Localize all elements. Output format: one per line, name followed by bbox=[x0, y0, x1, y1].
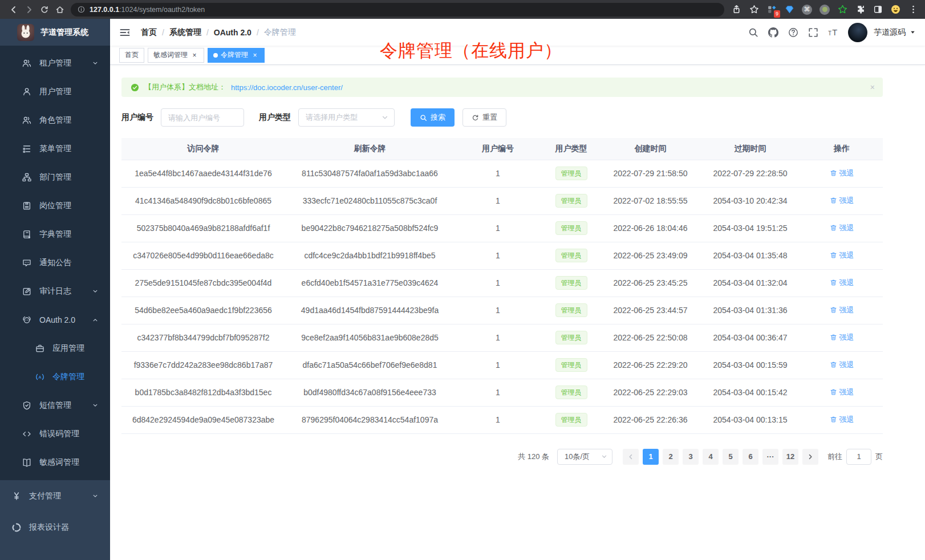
table-row: 41c41346a548490f9dc8b01c6bfe0865333ecfc7… bbox=[121, 187, 883, 214]
force-logout-button[interactable]: 强退 bbox=[830, 360, 854, 370]
breadcrumb-oauth2[interactable]: OAuth 2.0 bbox=[214, 28, 251, 37]
access-token-cell: 41c41346a548490f9dc8b01c6bfe0865 bbox=[121, 187, 285, 214]
refresh-token-cell: 333ecfc71e02480cb11055c875c3ca0f bbox=[285, 187, 455, 214]
chevron-down-icon bbox=[382, 114, 388, 121]
reset-button[interactable]: 重置 bbox=[462, 108, 506, 127]
sidebar-toggle-icon[interactable] bbox=[119, 27, 131, 38]
side-panel-icon[interactable] bbox=[871, 3, 884, 16]
reload-icon[interactable] bbox=[36, 2, 52, 17]
force-logout-button[interactable]: 强退 bbox=[830, 168, 854, 178]
page-button-1[interactable]: 1 bbox=[643, 449, 659, 465]
tags-view-item[interactable]: 首页 bbox=[119, 48, 144, 63]
breadcrumb-home[interactable]: 首页 bbox=[141, 27, 157, 38]
page-size-select[interactable]: 10条/页 bbox=[557, 449, 612, 465]
sidebar-item-audit-log[interactable]: 审计日志 bbox=[0, 277, 110, 306]
username[interactable]: 芋道源码 bbox=[874, 27, 906, 38]
font-size-icon[interactable]: TT bbox=[828, 27, 838, 38]
alert-close-icon[interactable]: × bbox=[870, 83, 875, 92]
forward-icon[interactable] bbox=[21, 2, 36, 17]
user-avatar[interactable] bbox=[848, 23, 867, 42]
profile-avatar-icon[interactable] bbox=[889, 3, 902, 16]
back-icon[interactable] bbox=[6, 2, 21, 17]
expire-time-cell: 2054-03-04 00:13:15 bbox=[700, 406, 801, 433]
access-token-cell: 502375b8040a469a9b82188afdf6af1f bbox=[121, 214, 285, 242]
access-token-cell: 1ea5e44f8bc1467aaede43144f31de76 bbox=[121, 160, 285, 187]
sidebar-item-user[interactable]: 用户管理 bbox=[0, 78, 110, 106]
app-logo[interactable]: 芋道管理系统 bbox=[0, 19, 110, 46]
user-type-label: 用户类型 bbox=[259, 112, 291, 123]
page-ellipsis[interactable]: ··· bbox=[762, 449, 778, 465]
green-star-icon[interactable] bbox=[836, 3, 849, 16]
tags-view-item[interactable]: 令牌管理× bbox=[208, 48, 265, 63]
force-logout-button[interactable]: 强退 bbox=[830, 415, 854, 425]
sidebar-item-post[interactable]: 岗位管理 bbox=[0, 192, 110, 220]
sidebar-item-label: 报表设计器 bbox=[29, 522, 69, 533]
tags-view-item[interactable]: 敏感词管理× bbox=[148, 48, 204, 63]
gem-icon[interactable] bbox=[783, 3, 796, 16]
user-type-select[interactable]: 请选择用户类型 bbox=[298, 108, 395, 127]
sidebar-item-report-designer[interactable]: 报表设计器 bbox=[0, 512, 110, 543]
page-button-3[interactable]: 3 bbox=[683, 449, 699, 465]
alert-doc-link[interactable]: https://doc.iocoder.cn/user-center/ bbox=[231, 83, 343, 92]
record-icon[interactable] bbox=[818, 3, 831, 16]
force-logout-button[interactable]: 强退 bbox=[830, 387, 854, 397]
sidebar-item-tenant[interactable]: 租户管理 bbox=[0, 49, 110, 78]
page-button-5[interactable]: 5 bbox=[723, 449, 739, 465]
goto-page-input[interactable] bbox=[846, 449, 871, 465]
bookmark-star-icon[interactable] bbox=[748, 3, 760, 16]
sidebar-item-label: 审计日志 bbox=[39, 286, 71, 297]
force-logout-button[interactable]: 强退 bbox=[830, 305, 854, 315]
user-id-input[interactable] bbox=[161, 108, 244, 127]
page-button-2[interactable]: 2 bbox=[663, 449, 679, 465]
next-page-button[interactable] bbox=[802, 449, 818, 465]
token-table: 访问令牌刷新令牌用户编号用户类型创建时间过期时间操作 1ea5e44f8bc14… bbox=[121, 138, 883, 434]
force-logout-button[interactable]: 强退 bbox=[830, 196, 854, 206]
prev-page-button[interactable] bbox=[623, 449, 639, 465]
sidebar-item-sensitive-word[interactable]: 敏感词管理 bbox=[0, 448, 110, 477]
expire-time-cell: 2054-03-04 00:36:47 bbox=[700, 324, 801, 351]
sidebar-item-dept[interactable]: 部门管理 bbox=[0, 163, 110, 192]
user-id-cell: 1 bbox=[455, 269, 541, 297]
goto-label: 前往 bbox=[827, 452, 842, 462]
page-button-4[interactable]: 4 bbox=[703, 449, 719, 465]
sidebar-item-sms[interactable]: 短信管理 bbox=[0, 391, 110, 420]
address-bar[interactable]: 127.0.0.1:1024/system/oauth2/token bbox=[71, 3, 724, 17]
sidebar-item-notice[interactable]: 通知公告 bbox=[0, 249, 110, 277]
sidebar-item-pay[interactable]: 支付管理 bbox=[0, 480, 110, 512]
report-designer-icon bbox=[12, 523, 21, 532]
sidebar-item-oauth2[interactable]: OAuth 2.0 bbox=[0, 306, 110, 334]
page-button-6[interactable]: 6 bbox=[743, 449, 758, 465]
github-icon[interactable] bbox=[768, 27, 778, 38]
sidebar-item-menu[interactable]: 菜单管理 bbox=[0, 135, 110, 163]
share-icon[interactable] bbox=[730, 3, 743, 16]
force-logout-button[interactable]: 强退 bbox=[830, 278, 854, 288]
shield-check-icon bbox=[22, 401, 31, 410]
sidebar-item-error-code[interactable]: 错误码管理 bbox=[0, 420, 110, 448]
search-icon[interactable] bbox=[748, 27, 758, 38]
user-menu-caret-icon[interactable] bbox=[910, 29, 916, 35]
force-logout-button[interactable]: 强退 bbox=[830, 332, 854, 343]
page-button-12[interactable]: 12 bbox=[782, 449, 798, 465]
fullscreen-icon[interactable] bbox=[808, 27, 818, 38]
sidebar-item-role[interactable]: 角色管理 bbox=[0, 106, 110, 135]
search-button[interactable]: 搜索 bbox=[411, 108, 455, 127]
sidebar-item-oauth2-app[interactable]: 应用管理 bbox=[0, 334, 110, 363]
force-logout-button[interactable]: 强退 bbox=[830, 250, 854, 261]
refresh-token-cell: e6cfd40eb1f54571a31e775e039c4624 bbox=[285, 269, 455, 297]
force-logout-label: 强退 bbox=[839, 223, 854, 233]
user-type-badge: 管理员 bbox=[555, 249, 587, 262]
help-icon[interactable] bbox=[788, 27, 798, 38]
chevron-down-icon bbox=[92, 493, 99, 500]
close-icon[interactable]: × bbox=[190, 51, 198, 59]
sidebar-item-oauth2-token[interactable]: A令牌管理 bbox=[0, 363, 110, 391]
breadcrumb-system[interactable]: 系统管理 bbox=[169, 27, 201, 38]
command-icon[interactable]: ⌘ bbox=[801, 3, 813, 16]
sidebar-item-dict[interactable]: 字典管理 bbox=[0, 220, 110, 249]
site-info-icon[interactable] bbox=[78, 6, 85, 13]
browser-menu-icon[interactable] bbox=[907, 3, 919, 16]
extension-with-badge-icon[interactable]: 9 bbox=[765, 3, 778, 16]
close-icon[interactable]: × bbox=[251, 51, 259, 59]
force-logout-button[interactable]: 强退 bbox=[830, 223, 854, 233]
puzzle-icon[interactable] bbox=[854, 3, 866, 16]
home-icon[interactable] bbox=[52, 2, 67, 17]
